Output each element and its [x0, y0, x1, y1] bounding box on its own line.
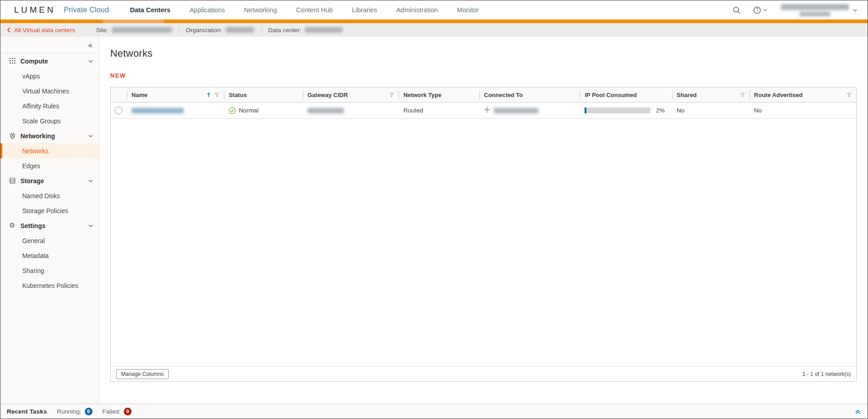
sidebar-item-metadata[interactable]: Metadata: [0, 248, 99, 263]
sidebar-item-kubernetes-policies[interactable]: Kubernetes Policies: [0, 278, 99, 293]
route-advertised-text: No: [754, 107, 762, 114]
product-name: Private Cloud: [64, 6, 109, 14]
column-header-gateway-cidr[interactable]: Gateway CIDR: [303, 88, 399, 102]
column-header-name[interactable]: Name ↑: [127, 88, 224, 102]
sidebar-item-virtual-machines[interactable]: Virtual Machines: [0, 83, 99, 98]
ip-pool-progress-fill: [585, 107, 586, 113]
sidebar-section-networking[interactable]: Networking: [0, 128, 99, 143]
network-type-text: Routed: [403, 107, 423, 114]
data-center-label: Data center:: [268, 27, 302, 34]
collapse-sidebar-icon[interactable]: «: [88, 41, 93, 49]
search-icon[interactable]: [732, 6, 741, 15]
help-icon[interactable]: ?: [753, 6, 767, 15]
running-label: Running:: [57, 408, 81, 415]
site-label: Site:: [96, 27, 108, 34]
table-row: Normal Routed 2% No No: [111, 102, 856, 119]
chevron-down-icon: [88, 223, 93, 229]
sidebar-item-scale-groups[interactable]: Scale Groups: [0, 113, 99, 128]
compute-grid-icon: [9, 58, 16, 65]
divider: [261, 26, 262, 34]
sidebar-item-vapps[interactable]: vApps: [0, 68, 99, 83]
column-header-route-advertised[interactable]: Route Advertised: [750, 88, 856, 102]
status-cell: Normal: [224, 102, 303, 118]
nav-item-libraries[interactable]: Libraries: [352, 6, 377, 14]
chevron-left-icon: [7, 27, 11, 33]
row-select-radio[interactable]: [115, 107, 122, 114]
column-header-shared[interactable]: Shared: [672, 88, 750, 102]
ip-pool-cell: 2%: [580, 102, 672, 118]
networks-datagrid: Name ↑ Status Gateway CIDR Network: [110, 87, 857, 382]
chevron-down-icon: [88, 58, 93, 64]
section-label: Compute: [20, 58, 88, 65]
page-title: Networks: [110, 48, 857, 59]
sidebar-item-edges[interactable]: Edges: [0, 158, 99, 173]
sidebar-item-named-disks[interactable]: Named Disks: [0, 188, 99, 203]
row-count-text: 1 - 1 of 1 network(s): [802, 371, 851, 377]
nav-item-data-centers[interactable]: Data Centers: [130, 6, 170, 14]
connected-edge-name-redacted[interactable]: [494, 108, 538, 113]
recent-tasks-title: Recent Tasks: [7, 408, 47, 415]
sidebar-section-storage[interactable]: Storage: [0, 173, 99, 188]
nav-item-content-hub[interactable]: Content Hub: [296, 6, 333, 14]
nav-item-monitor[interactable]: Monitor: [457, 6, 479, 14]
sidebar-item-networks[interactable]: Networks: [0, 143, 99, 158]
storage-disks-icon: [9, 177, 16, 185]
filter-icon[interactable]: [740, 93, 745, 97]
sidebar-item-general[interactable]: General: [0, 233, 99, 248]
sidebar-item-storage-policies[interactable]: Storage Policies: [0, 203, 99, 218]
grid-footer: Manage Columns 1 - 1 of 1 network(s): [111, 366, 856, 381]
nav-item-applications[interactable]: Applications: [190, 6, 225, 14]
section-label: Storage: [20, 177, 88, 185]
data-center-value-redacted: [305, 27, 342, 33]
divider: [179, 26, 180, 34]
failed-label: Failed:: [102, 408, 121, 415]
column-label: IP Pool Consumed: [585, 92, 637, 98]
top-navigation: LUMEN’ Private Cloud Data Centers Applic…: [0, 0, 868, 19]
network-name-link-redacted[interactable]: [132, 108, 184, 113]
context-bar: All Virtual data centers Site: Organizat…: [0, 23, 868, 37]
accent-bar: [0, 19, 868, 23]
sidebar-item-sharing[interactable]: Sharing: [0, 263, 99, 278]
recent-tasks-bar: Recent Tasks Running: 0 Failed: 0: [0, 404, 868, 419]
sidebar-item-affinity-rules[interactable]: Affinity Rules: [0, 98, 99, 113]
column-header-ip-pool-consumed[interactable]: IP Pool Consumed: [580, 88, 672, 102]
select-all-column-header: [111, 88, 127, 102]
column-label: Network Type: [403, 92, 441, 98]
sidebar-section-settings[interactable]: ⚙ Settings: [0, 218, 99, 233]
gear-icon: ⚙: [9, 222, 16, 229]
chevron-down-icon: [763, 8, 767, 12]
sidebar-section-compute[interactable]: Compute: [0, 54, 99, 68]
manage-columns-button[interactable]: Manage Columns: [116, 369, 169, 379]
ip-pool-progress-bar: [585, 107, 650, 113]
sort-ascending-icon[interactable]: ↑: [206, 92, 211, 98]
nav-item-networking[interactable]: Networking: [244, 6, 277, 14]
nav-item-administration[interactable]: Administration: [396, 6, 438, 14]
user-role-redacted: [800, 12, 830, 16]
status-text: Normal: [239, 107, 258, 114]
column-header-connected-to[interactable]: Connected To: [479, 88, 580, 102]
grid-empty-area: [111, 119, 856, 366]
chevron-down-icon: [88, 178, 93, 184]
grid-header-row: Name ↑ Status Gateway CIDR Network: [111, 88, 856, 102]
column-label: Status: [229, 92, 247, 98]
column-header-network-type[interactable]: Network Type: [399, 88, 479, 102]
logo-trademark: ’: [54, 5, 58, 10]
user-chevron-down-icon[interactable]: [853, 8, 858, 13]
expand-tasks-icon[interactable]: [854, 408, 861, 415]
network-globe-icon: [9, 132, 16, 140]
filter-icon[interactable]: [847, 93, 852, 97]
app-window: LUMEN’ Private Cloud Data Centers Applic…: [0, 0, 868, 419]
filter-icon[interactable]: [215, 93, 219, 97]
column-label: Connected To: [484, 92, 523, 98]
back-link-label: All Virtual data centers: [14, 27, 75, 34]
chevron-down-icon: [88, 133, 93, 139]
back-to-vdcs-link[interactable]: All Virtual data centers: [7, 27, 75, 34]
column-label: Name: [132, 92, 147, 98]
logo-text: LUMEN: [14, 5, 56, 15]
filter-icon[interactable]: [389, 93, 394, 97]
gateway-cidr-redacted: [307, 108, 344, 113]
user-menu[interactable]: [781, 4, 849, 16]
edge-gateway-icon: [484, 107, 490, 114]
column-header-status[interactable]: Status: [224, 88, 303, 102]
new-network-button[interactable]: NEW: [110, 72, 126, 79]
